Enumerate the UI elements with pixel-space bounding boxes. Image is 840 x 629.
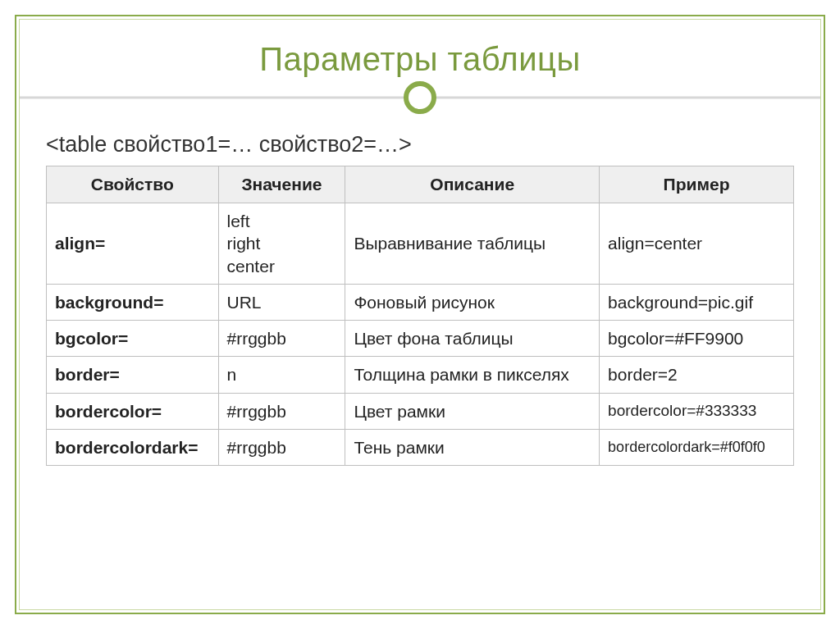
cell-property: align= — [47, 203, 219, 285]
page-title: Параметры таблицы — [20, 41, 820, 78]
cell-value: #rrggbb — [218, 430, 345, 466]
table-row: bordercolordark= #rrggbb Тень рамки bord… — [47, 430, 794, 466]
cell-description: Тень рамки — [345, 430, 600, 466]
title-ornament — [20, 96, 820, 99]
cell-description: Толщина рамки в пикселях — [345, 357, 600, 393]
cell-value: left right center — [218, 203, 345, 285]
properties-table: Свойство Значение Описание Пример align=… — [46, 166, 794, 466]
table-row: background= URL Фоновый рисунок backgrou… — [47, 284, 794, 320]
header-value: Значение — [218, 166, 345, 203]
cell-property: background= — [47, 284, 219, 320]
cell-property: bordercolor= — [47, 393, 219, 429]
slide-header: Параметры таблицы — [20, 20, 820, 132]
cell-description: Выравнивание таблицы — [345, 203, 600, 285]
cell-example: align=center — [600, 203, 794, 285]
cell-value: #rrggbb — [218, 321, 345, 357]
cell-value: #rrggbb — [218, 393, 345, 429]
cell-value: n — [218, 357, 345, 393]
cell-value: URL — [218, 284, 345, 320]
header-description: Описание — [345, 166, 600, 203]
table-row: bordercolor= #rrggbb Цвет рамки borderco… — [47, 393, 794, 429]
cell-description: Фоновый рисунок — [345, 284, 600, 320]
table-row: align= left right center Выравнивание та… — [47, 203, 794, 285]
syntax-line: <table свойство1=… свойство2=…> — [46, 132, 794, 157]
table-row: border= n Толщина рамки в пикселях borde… — [47, 357, 794, 393]
cell-property: border= — [47, 357, 219, 393]
ornament-circle-icon — [404, 81, 436, 114]
cell-example: bordercolordark=#f0f0f0 — [600, 430, 794, 466]
cell-description: Цвет фона таблицы — [345, 321, 600, 357]
slide-frame: Параметры таблицы <table свойство1=… сво… — [15, 15, 825, 614]
slide-inner-frame: Параметры таблицы <table свойство1=… сво… — [19, 19, 821, 610]
cell-description: Цвет рамки — [345, 393, 600, 429]
slide-content: <table свойство1=… свойство2=…> Свойство… — [20, 132, 820, 466]
cell-example: bordercolor=#333333 — [600, 393, 794, 429]
header-property: Свойство — [47, 166, 219, 203]
cell-property: bordercolordark= — [47, 430, 219, 466]
cell-example: background=pic.gif — [600, 284, 794, 320]
table-header-row: Свойство Значение Описание Пример — [47, 166, 794, 203]
header-example: Пример — [600, 166, 794, 203]
cell-property: bgcolor= — [47, 321, 219, 357]
cell-example: border=2 — [600, 357, 794, 393]
table-row: bgcolor= #rrggbb Цвет фона таблицы bgcol… — [47, 321, 794, 357]
cell-example: bgcolor=#FF9900 — [600, 321, 794, 357]
